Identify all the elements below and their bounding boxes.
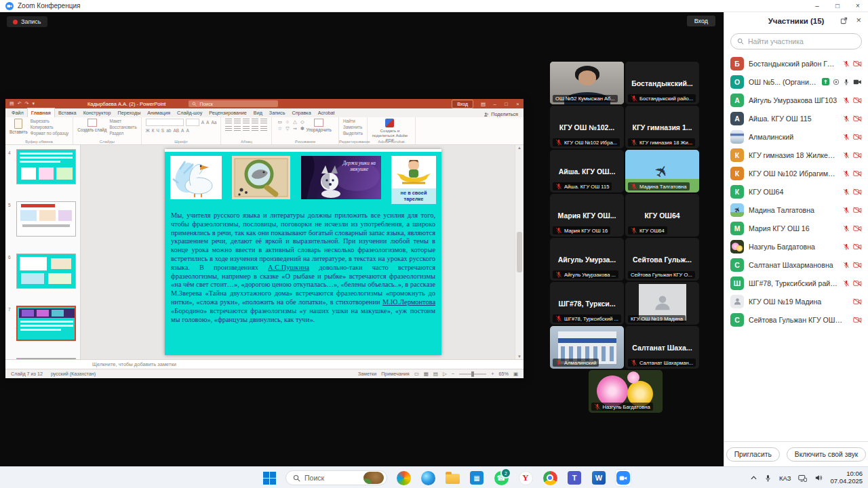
zoom-in-icon[interactable]: + [491,371,494,377]
ppt-tab-7[interactable]: Слайд-шоу [174,108,205,117]
normal-view-icon[interactable]: ▭ [414,371,419,377]
ppt-tab-1[interactable]: Файл [8,108,27,117]
video-tile[interactable]: Алмалинский [550,326,624,369]
scrollbar-thumb[interactable] [517,232,522,272]
participant-row[interactable]: ММария КГУ ОШ 16 [730,219,862,237]
ppt-signin-button[interactable]: Вход [452,100,473,108]
font-style-button-1[interactable]: Ж [146,128,150,133]
participant-row[interactable]: ААйгуль Умурзакова ШГ103 [730,91,862,109]
ppt-tab-8[interactable]: Рецензирование [205,108,250,117]
font-style-button-3[interactable]: Ч [157,128,159,133]
invite-button[interactable]: Пригласить [726,447,780,462]
taskbar-store-icon[interactable]: ▦ [469,469,485,487]
qat-dropdown-icon[interactable]: ▾ [32,101,35,106]
meeting-signin-button[interactable]: Вход [687,16,715,26]
clipboard-item-1[interactable]: Вырезать [31,119,68,123]
participant-row[interactable]: ККГУ ОШ64 [730,182,862,201]
zoom-slider-thumb[interactable] [471,371,474,377]
quick-access-toolbar[interactable]: ▤ ↶ ↷ ▾ [9,101,35,106]
participant-row[interactable]: ААйша. КГУ ОШ 115 [730,109,862,127]
slide-sorter-icon[interactable]: ▦ [424,371,429,377]
editing-item-2[interactable]: Заменить [343,125,363,129]
shape-icon[interactable]: ⇒ [291,125,298,132]
participant-row[interactable]: ООШ №5... (Организатор) [730,73,862,91]
slides-item-2[interactable]: Восстановить [109,125,136,129]
paragraph-button[interactable] [252,126,258,131]
scroll-up-icon[interactable]: ▲ [517,146,521,150]
boy-in-plate-image[interactable]: не в своей тарелке [391,156,436,204]
slide-thumbnail-6[interactable] [16,253,76,289]
font-size-button-3[interactable]: Аа [211,120,216,125]
tray-chevron-icon[interactable] [751,476,757,480]
clipboard-item-3[interactable]: Формат по образцу [31,131,68,136]
font-style-button-7[interactable]: А [181,128,184,133]
slide-thumbnail-5[interactable] [16,201,76,237]
shape-icon[interactable]: ○ [283,119,291,125]
font-size-button-1[interactable]: А [201,120,204,125]
video-tile[interactable]: КГУ гимназия 1...КГУ гимназия 18 Жи... [625,106,699,148]
ppt-close-icon[interactable]: × [512,101,524,107]
paragraph-button[interactable] [252,119,258,124]
editing-item-1[interactable]: Найти [343,119,363,123]
taskbar-copilot-icon[interactable] [395,469,412,487]
video-tile[interactable]: КГУ ОШ №19 Мадина [625,282,699,325]
participant-row[interactable]: ККГУ ОШ №102 Ибрагимова С.Т. [730,164,862,182]
reading-view-icon[interactable]: ▤ [433,371,438,377]
font-name-box[interactable] [146,119,184,126]
participant-row[interactable]: ШШГ#78, Турксибский район, Ко... [730,274,862,292]
font-style-button-6[interactable]: АВ [173,128,179,133]
font-style-button-2[interactable]: К [152,128,155,133]
shapes-gallery[interactable]: ▭○△◇☆▽⇒✽ [276,119,306,132]
video-tile[interactable]: ШГ#78, Туркси...ШГ#78, Турксибский ... [550,282,624,325]
ppt-restore-icon[interactable]: □ [500,101,512,107]
slideshow-icon[interactable]: ▷ [443,371,447,377]
notes-area[interactable]: Щелкните, чтобы добавить заметки [5,359,524,369]
share-button[interactable]: Поделиться [484,111,518,117]
ppt-tab-2[interactable]: Главная [27,108,55,117]
panel-close-icon[interactable]: × [856,15,861,25]
font-size-button-2[interactable]: А [206,120,209,125]
start-button[interactable] [261,469,277,487]
video-tile[interactable]: Сейтова Гульж...Сейтова Гульжан КГУ О... [625,238,699,281]
ppt-tab-10[interactable]: Запись [266,108,289,117]
font-style-button-4[interactable]: S [161,128,164,133]
slide-text-block[interactable]: Мы, учителя русского языка и литературы … [171,211,435,350]
taskbar-word-icon[interactable]: W [591,469,607,487]
paragraph-button[interactable] [260,126,267,131]
participant-row[interactable]: ББостандыкский район ГМ68 (Я) [730,54,862,73]
zoom-out-icon[interactable]: − [452,371,454,377]
comments-toggle[interactable]: Примечания [381,371,410,377]
participant-row[interactable]: Алмалинский [730,127,862,146]
ppt-tab-12[interactable]: Acrobat [315,108,338,117]
paragraph-button[interactable] [243,119,250,124]
arrange-button[interactable]: Упорядочить [306,119,331,132]
scroll-down-icon[interactable]: ▼ [517,354,521,359]
ppt-vertical-scrollbar[interactable]: ▲ ▼ [515,145,524,359]
taskbar-zoom-icon[interactable] [615,469,631,487]
video-tile[interactable]: КГУ ОШ64КГУ ОШ64 [625,194,699,237]
puppy-image[interactable]: Держи ушки на макушке [301,156,381,199]
undo-icon[interactable]: ↶ [18,101,22,106]
taskbar-search[interactable]: Поиск [285,470,387,485]
unmute-button[interactable]: Включить свой звук [787,447,867,462]
participant-row[interactable]: ✈Мадина Талгатовна [730,201,862,219]
video-tile[interactable]: Назгуль Багдатовна [589,370,663,413]
ribbon-display-options-icon[interactable]: ▤ [477,101,489,107]
shape-icon[interactable]: ✽ [298,125,306,132]
paragraph-button[interactable] [260,119,267,124]
slide-thumbnail-panel[interactable]: 45678 [5,145,81,359]
shape-icon[interactable]: ▽ [283,125,291,132]
clipboard-item-2[interactable]: Копировать [31,125,68,129]
video-tile[interactable]: ОШ №52 Кумысжан Аб... [550,62,624,104]
shape-icon[interactable]: ▭ [276,119,283,125]
close-icon[interactable]: × [848,0,868,12]
clock[interactable]: 10:06 07.04.2025 [830,470,863,485]
tray-display-icon[interactable] [798,474,807,482]
paste-button[interactable]: Вставить [9,119,28,134]
language-indicator[interactable]: КАЗ [779,474,791,482]
participant-row[interactable]: ККГУ гимназия 18 Жилкелова С К [730,146,862,164]
ppt-minimize-icon[interactable]: – [489,101,500,107]
taskbar-yandex-icon[interactable]: Y [517,469,534,487]
magnifier-wolf-image[interactable] [232,156,290,199]
video-tile[interactable]: Салтанат Шаха...Салтанат Шахарман... [625,326,699,369]
